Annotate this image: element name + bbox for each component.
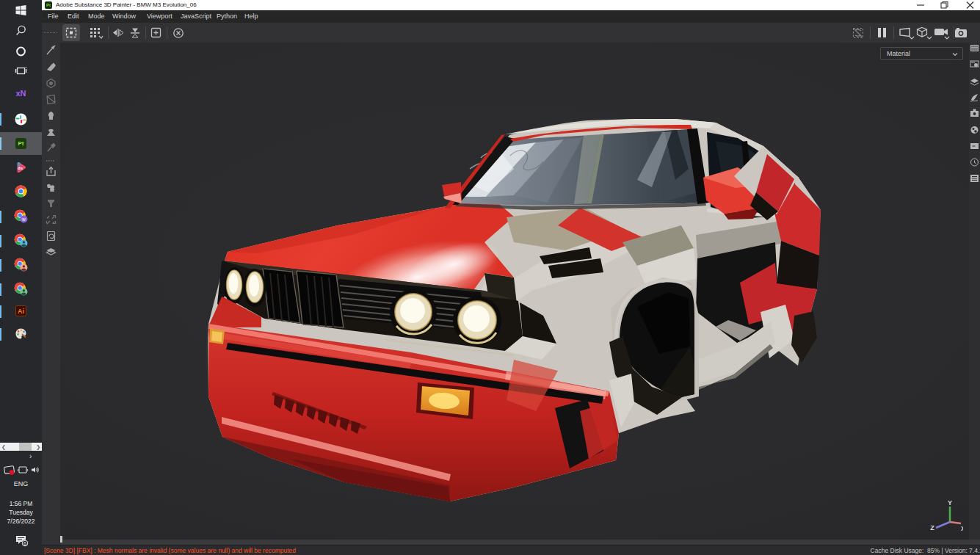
svg-text:Z: Z xyxy=(930,524,934,532)
svg-text:Y: Y xyxy=(948,499,952,507)
svg-text:w: w xyxy=(21,217,26,222)
svg-text:ds: ds xyxy=(18,166,23,170)
svg-text:X: X xyxy=(961,525,963,532)
svg-text:6: 6 xyxy=(23,541,26,546)
